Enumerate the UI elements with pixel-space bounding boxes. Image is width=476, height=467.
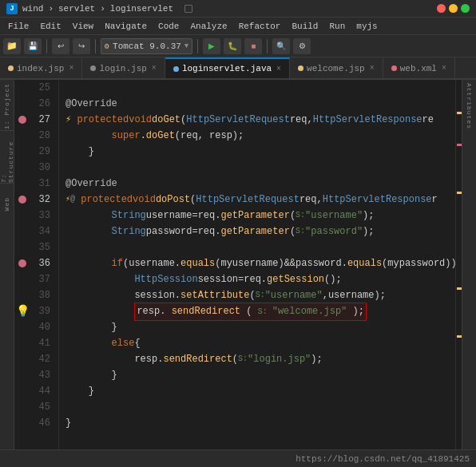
menu-analyze[interactable]: Analyze — [185, 20, 232, 33]
stop-btn[interactable]: ■ — [244, 38, 262, 54]
toolbar-sep-4 — [267, 39, 268, 53]
breakpoint-36[interactable] — [18, 259, 26, 267]
editor-area: 💡 25 26 27 28 29 30 31 32 33 34 35 36 37 — [14, 80, 462, 449]
menu-run[interactable]: Run — [324, 20, 350, 33]
ln-39: 39 — [30, 303, 54, 319]
tab-dot-welcome — [298, 65, 303, 71]
code-line-28: super . doGet (req, resp); — [65, 128, 455, 144]
annotation-override-2: @Override — [65, 176, 117, 192]
gutter-45 — [14, 399, 30, 415]
paren-39b: ); — [353, 306, 364, 317]
kw-void-32: void — [133, 192, 156, 208]
tab-close-index[interactable]: × — [69, 64, 73, 73]
menu-code[interactable]: Code — [153, 20, 184, 33]
gutter-36[interactable] — [14, 255, 30, 271]
type-httpresponse-32: HttpServletResponse — [323, 192, 432, 208]
gutter-26 — [14, 96, 30, 112]
method-sendredirect-39: sendRedirect — [172, 306, 240, 317]
gutter-44 — [14, 383, 30, 399]
kw-protected-32: protected — [75, 192, 133, 208]
minimize-btn[interactable] — [449, 4, 458, 13]
settings-btn[interactable]: ⚙ — [293, 38, 311, 54]
gutter-27[interactable] — [14, 112, 30, 128]
str-marker-38: S: — [256, 287, 265, 303]
menu-refactor[interactable]: Refactor — [234, 20, 286, 33]
indent-37 — [65, 271, 134, 287]
dot-28: . — [141, 128, 146, 144]
menu-build[interactable]: Build — [287, 20, 323, 33]
var-password: password=req. — [146, 224, 221, 239]
ln-44: 44 — [30, 383, 54, 399]
var-resp-39: resp. — [137, 306, 165, 317]
tab-loginservlet-java[interactable]: loginservlet.java × — [165, 57, 290, 78]
str-marker-33: S: — [296, 208, 305, 224]
str-login-jsp: "login.jsp" — [248, 351, 311, 367]
kw-protected-27: protected — [71, 112, 129, 128]
paren-33a: ( — [290, 208, 296, 224]
project-panel-label[interactable]: 1: Project — [3, 83, 10, 129]
debug-btn[interactable]: 🐛 — [224, 38, 241, 54]
code-line-32: ⚡ @ protected void doPost ( HttpServletR… — [65, 192, 455, 208]
open-file-btn[interactable]: 📁 — [3, 38, 21, 54]
attributes-label[interactable]: Attributes — [466, 83, 473, 129]
menu-edit[interactable]: Edit — [35, 20, 65, 33]
tab-welcome-jsp[interactable]: welcome.jsp × — [290, 57, 383, 78]
paren-42b: ); — [311, 351, 322, 367]
structure-panel-label[interactable]: 7: Structure — [0, 136, 14, 183]
brace-else: { — [134, 335, 140, 351]
indent-43 — [65, 367, 112, 383]
expand-icon[interactable] — [184, 5, 192, 13]
code-line-46: } — [65, 415, 455, 431]
type-httpsession: HttpSession — [134, 271, 197, 287]
kw-else: else — [112, 335, 135, 351]
tab-close-loginservlet[interactable]: × — [276, 65, 281, 73]
ln-41: 41 — [30, 335, 54, 351]
code-line-44: } — [65, 383, 455, 399]
web-panel-label[interactable]: Web — [3, 197, 10, 211]
gutter-42 — [14, 351, 30, 367]
tab-close-welcome[interactable]: × — [370, 64, 375, 73]
tab-label-web-xml: web.xml — [400, 64, 437, 73]
tab-web-xml[interactable]: web.xml × — [383, 57, 455, 78]
close-btn[interactable] — [437, 4, 446, 13]
ln-37: 37 — [30, 271, 54, 287]
tomcat-selector[interactable]: ⚙ Tomcat 9.0.37 ▼ — [101, 38, 192, 54]
scroll-marker-5 — [457, 335, 462, 338]
redo-btn[interactable]: ↪ — [73, 38, 90, 54]
tab-login-jsp[interactable]: login.jsp × — [82, 57, 165, 78]
scroll-marker-3 — [457, 192, 462, 194]
breakpoint-32[interactable] — [18, 196, 26, 204]
code-line-30 — [65, 160, 455, 176]
lightbulb-icon-39[interactable]: 💡 — [16, 306, 30, 317]
tab-close-web-xml[interactable]: × — [442, 64, 446, 73]
code-line-26: @Override — [65, 96, 455, 112]
menu-navigate[interactable]: Navigate — [100, 20, 152, 33]
gutter-31 — [14, 176, 30, 192]
menu-view[interactable]: View — [68, 20, 98, 33]
right-scroll-gutter[interactable] — [455, 80, 462, 449]
maximize-btn[interactable] — [461, 4, 470, 13]
breakpoint-27[interactable] — [18, 116, 26, 124]
gutter-40 — [14, 319, 30, 335]
code-line-33: String username=req. getParameter ( S: "… — [65, 208, 455, 224]
paren-dopost: ( — [190, 192, 196, 208]
indent-42 — [65, 351, 134, 367]
ln-46: 46 — [30, 415, 54, 431]
indent-44 — [65, 383, 89, 399]
paren-37: (); — [324, 271, 342, 287]
menu-file[interactable]: File — [3, 20, 34, 33]
title-bar: J wind › servlet › loginservlet — [0, 0, 476, 18]
gutter-43 — [14, 367, 30, 383]
scroll-marker-4 — [457, 287, 462, 290]
indent-36 — [65, 255, 112, 271]
search-btn[interactable]: 🔍 — [272, 38, 290, 54]
undo-btn[interactable]: ↩ — [52, 38, 69, 54]
breadcrumb-sep2: › — [100, 4, 105, 14]
run-btn[interactable]: ▶ — [203, 38, 220, 54]
tab-close-login[interactable]: × — [152, 64, 157, 73]
brace-29: } — [89, 144, 94, 160]
save-btn[interactable]: 💾 — [24, 38, 42, 54]
tab-index-jsp[interactable]: index.jsp × — [0, 57, 82, 78]
gutter-32[interactable] — [14, 192, 30, 208]
code-content[interactable]: @Override ⚡ protected void doGet ( HttpS… — [59, 80, 455, 449]
